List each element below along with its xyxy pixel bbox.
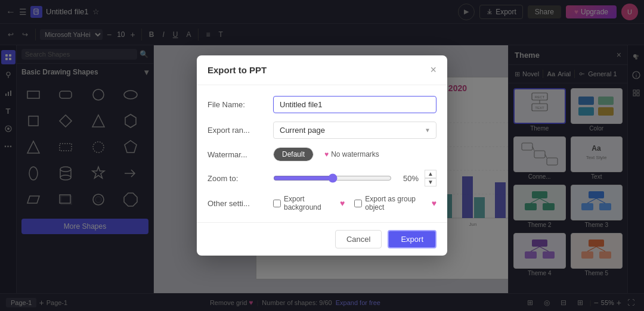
export-background-label: Export background bbox=[284, 195, 336, 212]
other-settings-group: Export background ♥ Export as group obje… bbox=[273, 195, 436, 212]
zoom-step-down[interactable]: ▼ bbox=[425, 178, 436, 186]
export-modal: Export to PPT × File Name: Export ran...… bbox=[197, 55, 447, 256]
zoom-value-label: 50% bbox=[398, 174, 419, 183]
zoom-label: Zoom to: bbox=[208, 174, 267, 183]
modal-overlay[interactable]: Export to PPT × File Name: Export ran...… bbox=[0, 0, 644, 311]
watermark-tab-group: Default bbox=[273, 147, 314, 161]
export-confirm-button[interactable]: Export bbox=[388, 230, 436, 248]
export-group-checkbox[interactable] bbox=[354, 200, 362, 207]
modal-footer: Cancel Export bbox=[197, 222, 447, 256]
watermark-icon: ♥ bbox=[324, 150, 329, 158]
export-range-select[interactable]: Current page All pages Selected slides bbox=[273, 122, 436, 139]
zoom-slider[interactable] bbox=[273, 173, 392, 183]
other-settings-label: Other setti... bbox=[208, 199, 267, 208]
export-range-label: Export ran... bbox=[208, 126, 267, 135]
file-name-input[interactable] bbox=[273, 96, 436, 113]
zoom-row: Zoom to: 50% ▲ ▼ bbox=[208, 170, 436, 186]
export-group-label: Export as group object bbox=[365, 195, 427, 212]
export-background-item: Export background ♥ bbox=[273, 195, 345, 212]
watermark-text: No watermarks bbox=[331, 150, 379, 158]
export-group-item: Export as group object ♥ bbox=[354, 195, 436, 212]
watermark-row: Watermar... Default ♥ No watermarks bbox=[208, 147, 436, 161]
export-range-row: Export ran... Current page All pages Sel… bbox=[208, 122, 436, 139]
watermark-label: Watermar... bbox=[208, 150, 267, 159]
modal-body: File Name: Export ran... Current page Al… bbox=[197, 85, 447, 222]
export-range-wrapper: Current page All pages Selected slides ▼ bbox=[273, 122, 436, 139]
zoom-step-up[interactable]: ▲ bbox=[425, 170, 436, 178]
file-name-label: File Name: bbox=[208, 100, 267, 109]
file-name-row: File Name: bbox=[208, 96, 436, 113]
modal-header: Export to PPT × bbox=[197, 55, 447, 85]
export-background-checkbox[interactable] bbox=[273, 200, 281, 207]
export-background-pro-icon: ♥ bbox=[340, 198, 345, 208]
other-settings-row: Other setti... Export background ♥ Expor… bbox=[208, 195, 436, 212]
modal-close-button[interactable]: × bbox=[430, 64, 436, 76]
watermark-default-tab[interactable]: Default bbox=[274, 148, 313, 161]
export-group-pro-icon: ♥ bbox=[432, 198, 436, 208]
modal-title: Export to PPT bbox=[208, 65, 267, 75]
zoom-stepper: ▲ ▼ bbox=[425, 170, 436, 186]
watermark-badge: ♥ No watermarks bbox=[324, 150, 379, 158]
cancel-button[interactable]: Cancel bbox=[335, 230, 382, 248]
